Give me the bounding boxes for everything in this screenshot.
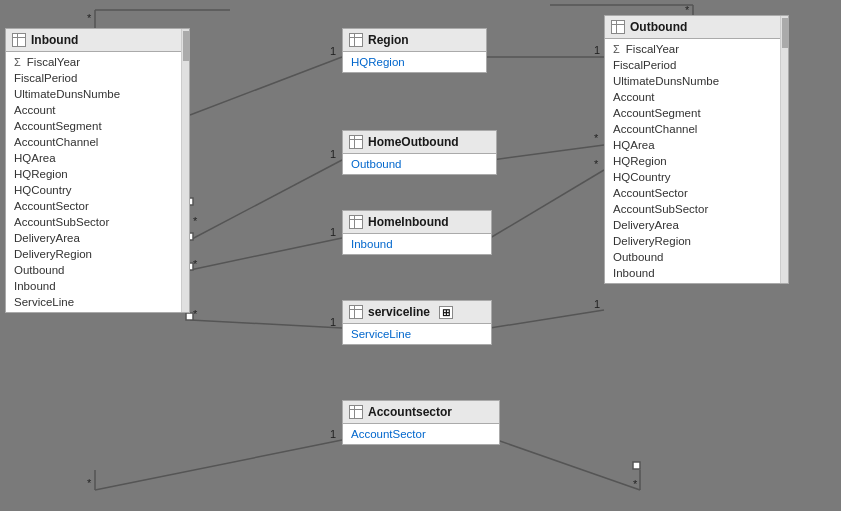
region-entity: Region HQRegion [342,28,487,73]
region-header: Region [343,29,486,52]
table-icon-homeoutbound [349,135,363,149]
table-icon-homeinbound [349,215,363,229]
ob-field-delivery-region: DeliveryRegion [605,233,788,249]
inbound-entity: Inbound FiscalYear FiscalPeriod Ultimate… [5,28,190,313]
inbound-scrollbar[interactable] [181,29,189,312]
svg-text:1: 1 [330,45,336,57]
svg-line-16 [190,238,342,270]
svg-text:1: 1 [330,316,336,328]
field-inbound: Inbound [6,278,189,294]
ob-field-hq-country: HQCountry [605,169,788,185]
svg-line-13 [492,145,604,160]
svg-line-20 [490,170,604,238]
svg-line-3 [190,57,342,115]
table-icon [12,33,26,47]
field-hq-region: HQRegion [6,166,189,182]
inbound-header: Inbound [6,29,189,52]
field-hq-country: HQCountry [6,182,189,198]
svg-text:1: 1 [330,428,336,440]
svg-text:*: * [87,12,92,24]
serviceline-header: serviceline ⊞ [343,301,491,324]
homeinbound-entity: HomeInbound Inbound [342,210,492,255]
svg-text:*: * [87,477,92,489]
homeinbound-title: HomeInbound [368,215,449,229]
table-icon-accountsector [349,405,363,419]
svg-text:*: * [594,158,599,170]
outbound-scrollbar[interactable] [780,16,788,283]
svg-text:1: 1 [330,226,336,238]
homeoutbound-field-outbound: Outbound [343,156,496,172]
outbound-fields: FiscalYear FiscalPeriod UltimateDunsNumb… [605,39,788,283]
ob-field-account-channel: AccountChannel [605,121,788,137]
serviceline-entity: serviceline ⊞ ServiceLine [342,300,492,345]
svg-rect-26 [186,313,193,320]
accountsector-fields: AccountSector [343,424,499,444]
svg-rect-38 [633,462,640,469]
region-field-hqregion: HQRegion [343,54,486,70]
svg-text:*: * [633,478,638,490]
homeoutbound-fields: Outbound [343,154,496,174]
homeinbound-fields: Inbound [343,234,491,254]
homeoutbound-title: HomeOutbound [368,135,459,149]
svg-line-10 [190,160,342,240]
field-outbound: Outbound [6,262,189,278]
svg-text:*: * [594,132,599,144]
accountsector-header: Accountsector [343,401,499,424]
accountsector-title: Accountsector [368,405,452,419]
ob-field-account-segment: AccountSegment [605,105,788,121]
homeinbound-header: HomeInbound [343,211,491,234]
region-fields: HQRegion [343,52,486,72]
svg-text:1: 1 [330,148,336,160]
svg-text:1: 1 [594,298,600,310]
inbound-title: Inbound [31,33,78,47]
ob-field-hq-region: HQRegion [605,153,788,169]
homeoutbound-header: HomeOutbound [343,131,496,154]
ob-field-outbound: Outbound [605,249,788,265]
ob-field-fiscal-year: FiscalYear [605,41,788,57]
inbound-fields: FiscalYear FiscalPeriod UltimateDunsNumb… [6,52,189,312]
ob-field-delivery-area: DeliveryArea [605,217,788,233]
svg-text:*: * [193,215,198,227]
svg-line-34 [497,440,640,490]
field-account: Account [6,102,189,118]
svg-line-27 [490,310,604,328]
serviceline-title: serviceline [368,305,430,319]
field-account-subsector: AccountSubSector [6,214,189,230]
ob-field-account: Account [605,89,788,105]
serviceline-extra-icon: ⊞ [439,306,453,319]
field-account-channel: AccountChannel [6,134,189,150]
table-icon-outbound [611,20,625,34]
svg-text:*: * [193,308,198,320]
table-icon-region [349,33,363,47]
field-delivery-area: DeliveryArea [6,230,189,246]
diagram-container: * * 1 1 1 1 1 * 1 * 1 * * 1 1 [0,0,841,511]
field-fiscal-year: FiscalYear [6,54,189,70]
outbound-entity: Outbound FiscalYear FiscalPeriod Ultimat… [604,15,789,284]
region-title: Region [368,33,409,47]
outbound-header: Outbound [605,16,788,39]
field-delivery-region: DeliveryRegion [6,246,189,262]
homeoutbound-entity: HomeOutbound Outbound [342,130,497,175]
field-serviceline: ServiceLine [6,294,189,310]
serviceline-fields: ServiceLine [343,324,491,344]
accountsector-entity: Accountsector AccountSector [342,400,500,445]
ob-field-fiscal-period: FiscalPeriod [605,57,788,73]
field-ultimate-duns: UltimateDunsNumbe [6,86,189,102]
ob-field-account-sector: AccountSector [605,185,788,201]
field-fiscal-period: FiscalPeriod [6,70,189,86]
svg-text:1: 1 [594,44,600,56]
ob-field-account-subsector: AccountSubSector [605,201,788,217]
homeinbound-field-inbound: Inbound [343,236,491,252]
svg-line-31 [95,440,342,490]
ob-field-ultimate-duns: UltimateDunsNumbe [605,73,788,89]
field-hq-area: HQArea [6,150,189,166]
table-icon-serviceline [349,305,363,319]
ob-field-hq-area: HQArea [605,137,788,153]
serviceline-field: ServiceLine [343,326,491,342]
field-account-sector: AccountSector [6,198,189,214]
outbound-title: Outbound [630,20,687,34]
svg-line-23 [190,320,342,328]
accountsector-field: AccountSector [343,426,499,442]
svg-text:*: * [193,258,198,270]
field-account-segment: AccountSegment [6,118,189,134]
